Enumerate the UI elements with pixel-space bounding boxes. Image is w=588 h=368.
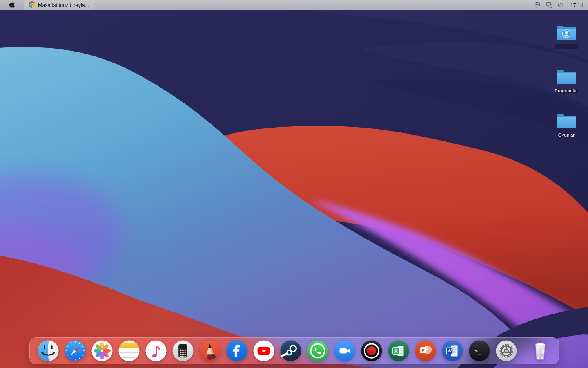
dock-item-settings[interactable]	[496, 340, 517, 361]
menubar-clock: 17:14	[570, 2, 583, 8]
steam-icon	[280, 340, 301, 361]
dock-item-youtube[interactable]	[253, 340, 274, 361]
folder-user-icon	[555, 24, 577, 43]
wallpaper-big-sur	[0, 10, 588, 368]
dock-item-steam[interactable]	[280, 340, 301, 361]
dock-item-excel[interactable]: X	[388, 340, 409, 361]
settings-icon	[496, 340, 517, 361]
menu-bar: Masaüstünüzü payla...	[0, 0, 588, 10]
dock-item-photos[interactable]	[91, 340, 113, 361]
notes-icon	[118, 340, 140, 361]
svg-text:X: X	[394, 348, 398, 354]
dock-item-calculator[interactable]	[172, 340, 194, 361]
photos-icon	[91, 340, 113, 361]
remote-desktop-screen: Masaüstünüzü payla...	[0, 0, 588, 368]
facebook-icon	[226, 340, 247, 361]
svg-text:P: P	[421, 348, 425, 353]
dock-item-sketch[interactable]	[199, 340, 220, 361]
dock-item-notes[interactable]	[118, 340, 140, 361]
dock-item-safari[interactable]	[65, 340, 86, 361]
chrome-icon	[29, 1, 35, 9]
apple-logo-icon	[9, 1, 15, 9]
dock-item-finder[interactable]	[38, 340, 59, 361]
desktop-icon-label: Oyunlar	[558, 132, 575, 138]
dock-separator	[523, 341, 523, 361]
youtube-icon	[253, 340, 274, 361]
desktop-icon-label: Programlar	[555, 88, 578, 94]
system-tray: 17:14	[533, 0, 588, 10]
svg-text:>_: >_	[474, 348, 481, 355]
music-icon	[145, 340, 167, 361]
dock-item-whatsapp[interactable]	[307, 340, 328, 361]
sketch-icon	[199, 340, 220, 361]
calculator-icon	[172, 340, 194, 361]
dock-item-powerpoint[interactable]: P	[415, 340, 436, 361]
apple-menu[interactable]	[0, 0, 24, 10]
trash-icon	[530, 340, 551, 361]
dock: X P W >_	[29, 337, 559, 364]
zoom-icon	[334, 340, 355, 361]
flag-icon[interactable]	[533, 0, 543, 10]
desktop-icon-user-folder[interactable]	[552, 24, 581, 49]
speaker-icon[interactable]	[556, 0, 566, 10]
app-tab-title: Masaüstünüzü payla...	[38, 2, 89, 8]
menubar-spacer	[94, 0, 533, 10]
dock-item-record[interactable]	[361, 340, 382, 361]
active-app-tab[interactable]: Masaüstünüzü payla...	[24, 0, 94, 10]
dock-item-zoom[interactable]	[334, 340, 355, 361]
dock-item-facebook[interactable]	[226, 340, 247, 361]
finder-icon	[38, 340, 59, 361]
svg-text:W: W	[448, 348, 452, 353]
dock-item-terminal[interactable]: >_	[469, 340, 490, 361]
desktop-icon-programlar[interactable]: Programlar	[552, 68, 581, 94]
dock-item-word[interactable]: W	[442, 340, 463, 361]
desktop: Programlar Oyunlar X P W >_	[0, 10, 588, 368]
network-icon[interactable]	[545, 0, 554, 10]
powerpoint-icon: P	[415, 340, 436, 361]
desktop-icon-label	[555, 44, 578, 49]
word-icon: W	[442, 340, 463, 361]
desktop-icon-oyunlar[interactable]: Oyunlar	[552, 112, 581, 138]
excel-icon: X	[388, 340, 409, 361]
whatsapp-icon	[307, 340, 328, 361]
terminal-icon: >_	[469, 340, 490, 361]
dock-item-music[interactable]	[145, 340, 167, 361]
folder-icon	[555, 68, 577, 87]
dock-item-trash[interactable]	[530, 340, 551, 361]
folder-icon	[555, 112, 577, 131]
record-icon	[361, 340, 382, 361]
safari-icon	[65, 340, 86, 361]
